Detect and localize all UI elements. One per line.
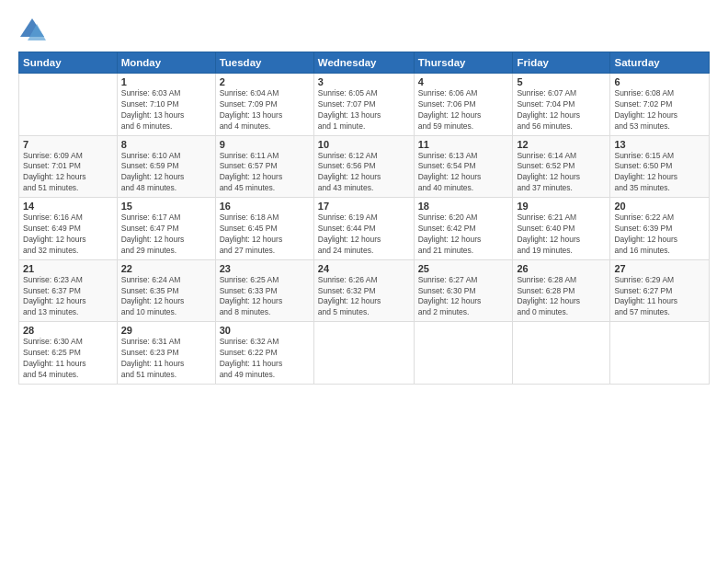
day-number: 23 (220, 263, 310, 274)
day-info: Sunrise: 6:18 AM Sunset: 6:45 PM Dayligh… (220, 213, 310, 257)
calendar-cell: 5Sunrise: 6:07 AM Sunset: 7:04 PM Daylig… (513, 74, 610, 136)
day-info: Sunrise: 6:13 AM Sunset: 6:54 PM Dayligh… (418, 151, 509, 195)
calendar-week-5: 28Sunrise: 6:30 AM Sunset: 6:25 PM Dayli… (19, 322, 710, 385)
calendar-cell (19, 74, 118, 136)
calendar-cell: 7Sunrise: 6:09 AM Sunset: 7:01 PM Daylig… (19, 135, 118, 198)
day-number: 18 (418, 201, 509, 212)
day-number: 6 (614, 76, 705, 87)
day-number: 12 (517, 139, 606, 150)
calendar-cell: 8Sunrise: 6:10 AM Sunset: 6:59 PM Daylig… (117, 135, 215, 198)
calendar-cell: 21Sunrise: 6:23 AM Sunset: 6:37 PM Dayli… (19, 259, 118, 322)
day-info: Sunrise: 6:22 AM Sunset: 6:39 PM Dayligh… (614, 213, 705, 257)
calendar-cell: 19Sunrise: 6:21 AM Sunset: 6:40 PM Dayli… (513, 198, 610, 260)
day-info: Sunrise: 6:31 AM Sunset: 6:23 PM Dayligh… (121, 337, 211, 381)
calendar-cell: 6Sunrise: 6:08 AM Sunset: 7:02 PM Daylig… (610, 74, 710, 136)
day-number: 19 (517, 201, 606, 212)
day-number: 20 (614, 201, 705, 212)
calendar-cell: 11Sunrise: 6:13 AM Sunset: 6:54 PM Dayli… (414, 135, 513, 198)
page: SundayMondayTuesdayWednesdayThursdayFrid… (0, 0, 728, 563)
day-number: 5 (517, 76, 606, 87)
calendar-cell: 13Sunrise: 6:15 AM Sunset: 6:50 PM Dayli… (610, 135, 710, 198)
day-info: Sunrise: 6:03 AM Sunset: 7:10 PM Dayligh… (121, 88, 211, 132)
day-info: Sunrise: 6:28 AM Sunset: 6:28 PM Dayligh… (517, 275, 606, 319)
day-number: 24 (318, 263, 410, 274)
day-info: Sunrise: 6:26 AM Sunset: 6:32 PM Dayligh… (318, 275, 410, 319)
calendar-cell (610, 322, 710, 385)
calendar-cell: 2Sunrise: 6:04 AM Sunset: 7:09 PM Daylig… (215, 74, 313, 136)
day-info: Sunrise: 6:10 AM Sunset: 6:59 PM Dayligh… (121, 151, 211, 195)
calendar-cell: 15Sunrise: 6:17 AM Sunset: 6:47 PM Dayli… (117, 198, 215, 260)
calendar-cell: 22Sunrise: 6:24 AM Sunset: 6:35 PM Dayli… (117, 259, 215, 322)
calendar-cell: 24Sunrise: 6:26 AM Sunset: 6:32 PM Dayli… (313, 259, 414, 322)
calendar-cell: 12Sunrise: 6:14 AM Sunset: 6:52 PM Dayli… (513, 135, 610, 198)
day-info: Sunrise: 6:27 AM Sunset: 6:30 PM Dayligh… (418, 275, 509, 319)
calendar-week-2: 7Sunrise: 6:09 AM Sunset: 7:01 PM Daylig… (19, 135, 710, 198)
calendar-header-wednesday: Wednesday (313, 52, 414, 74)
day-info: Sunrise: 6:32 AM Sunset: 6:22 PM Dayligh… (220, 337, 310, 381)
day-number: 21 (23, 263, 113, 274)
calendar-cell: 9Sunrise: 6:11 AM Sunset: 6:57 PM Daylig… (215, 135, 313, 198)
day-number: 2 (220, 76, 310, 87)
day-number: 7 (23, 139, 113, 150)
calendar-cell: 26Sunrise: 6:28 AM Sunset: 6:28 PM Dayli… (513, 259, 610, 322)
day-info: Sunrise: 6:14 AM Sunset: 6:52 PM Dayligh… (517, 151, 606, 195)
day-number: 15 (121, 201, 211, 212)
day-info: Sunrise: 6:06 AM Sunset: 7:06 PM Dayligh… (418, 88, 509, 132)
day-number: 1 (121, 76, 211, 87)
calendar-cell: 3Sunrise: 6:05 AM Sunset: 7:07 PM Daylig… (313, 74, 414, 136)
day-number: 25 (418, 263, 509, 274)
day-info: Sunrise: 6:19 AM Sunset: 6:44 PM Dayligh… (318, 213, 410, 257)
day-info: Sunrise: 6:15 AM Sunset: 6:50 PM Dayligh… (614, 151, 705, 195)
day-number: 29 (121, 325, 211, 336)
calendar-cell: 4Sunrise: 6:06 AM Sunset: 7:06 PM Daylig… (414, 74, 513, 136)
day-number: 13 (614, 139, 705, 150)
day-info: Sunrise: 6:30 AM Sunset: 6:25 PM Dayligh… (23, 337, 113, 381)
day-info: Sunrise: 6:09 AM Sunset: 7:01 PM Dayligh… (23, 151, 113, 195)
calendar-header-friday: Friday (513, 52, 610, 74)
calendar-header-tuesday: Tuesday (215, 52, 313, 74)
day-number: 27 (614, 263, 705, 274)
day-number: 3 (318, 76, 410, 87)
day-number: 22 (121, 263, 211, 274)
day-info: Sunrise: 6:24 AM Sunset: 6:35 PM Dayligh… (121, 275, 211, 319)
calendar-cell: 30Sunrise: 6:32 AM Sunset: 6:22 PM Dayli… (215, 322, 313, 385)
calendar-table: SundayMondayTuesdayWednesdayThursdayFrid… (18, 52, 710, 385)
day-number: 26 (517, 263, 606, 274)
calendar-cell: 18Sunrise: 6:20 AM Sunset: 6:42 PM Dayli… (414, 198, 513, 260)
day-number: 8 (121, 139, 211, 150)
day-info: Sunrise: 6:04 AM Sunset: 7:09 PM Dayligh… (220, 88, 310, 132)
day-number: 28 (23, 325, 113, 336)
day-info: Sunrise: 6:21 AM Sunset: 6:40 PM Dayligh… (517, 213, 606, 257)
day-number: 10 (318, 139, 410, 150)
calendar-cell: 23Sunrise: 6:25 AM Sunset: 6:33 PM Dayli… (215, 259, 313, 322)
day-info: Sunrise: 6:16 AM Sunset: 6:49 PM Dayligh… (23, 213, 113, 257)
day-number: 17 (318, 201, 410, 212)
calendar-cell: 1Sunrise: 6:03 AM Sunset: 7:10 PM Daylig… (117, 74, 215, 136)
day-info: Sunrise: 6:20 AM Sunset: 6:42 PM Dayligh… (418, 213, 509, 257)
day-info: Sunrise: 6:12 AM Sunset: 6:56 PM Dayligh… (318, 151, 410, 195)
calendar-cell: 17Sunrise: 6:19 AM Sunset: 6:44 PM Dayli… (313, 198, 414, 260)
calendar-cell: 10Sunrise: 6:12 AM Sunset: 6:56 PM Dayli… (313, 135, 414, 198)
day-info: Sunrise: 6:05 AM Sunset: 7:07 PM Dayligh… (318, 88, 410, 132)
day-number: 16 (220, 201, 310, 212)
day-info: Sunrise: 6:11 AM Sunset: 6:57 PM Dayligh… (220, 151, 310, 195)
day-info: Sunrise: 6:08 AM Sunset: 7:02 PM Dayligh… (614, 88, 705, 132)
calendar-cell: 14Sunrise: 6:16 AM Sunset: 6:49 PM Dayli… (19, 198, 118, 260)
calendar-header-thursday: Thursday (414, 52, 513, 74)
day-number: 4 (418, 76, 509, 87)
calendar-cell (313, 322, 414, 385)
calendar-cell: 16Sunrise: 6:18 AM Sunset: 6:45 PM Dayli… (215, 198, 313, 260)
logo-icon (18, 17, 46, 44)
calendar-header-saturday: Saturday (610, 52, 710, 74)
calendar-cell: 28Sunrise: 6:30 AM Sunset: 6:25 PM Dayli… (19, 322, 118, 385)
calendar-week-3: 14Sunrise: 6:16 AM Sunset: 6:49 PM Dayli… (19, 198, 710, 260)
calendar-cell: 29Sunrise: 6:31 AM Sunset: 6:23 PM Dayli… (117, 322, 215, 385)
calendar-cell (513, 322, 610, 385)
calendar-week-4: 21Sunrise: 6:23 AM Sunset: 6:37 PM Dayli… (19, 259, 710, 322)
day-number: 9 (220, 139, 310, 150)
calendar-header-row: SundayMondayTuesdayWednesdayThursdayFrid… (19, 52, 710, 74)
day-number: 14 (23, 201, 113, 212)
header (18, 17, 710, 44)
calendar-cell: 27Sunrise: 6:29 AM Sunset: 6:27 PM Dayli… (610, 259, 710, 322)
day-info: Sunrise: 6:07 AM Sunset: 7:04 PM Dayligh… (517, 88, 606, 132)
